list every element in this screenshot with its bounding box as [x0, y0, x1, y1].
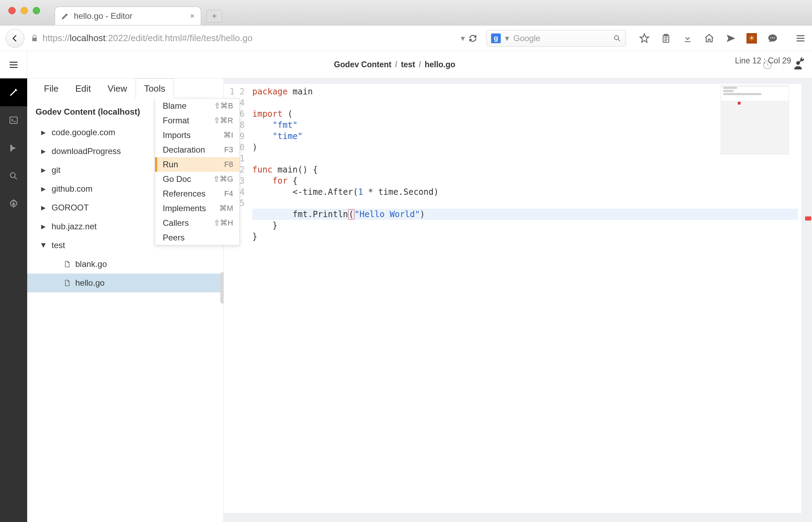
- new-tab-button[interactable]: +: [207, 10, 222, 22]
- twisty-icon[interactable]: ▶: [41, 129, 47, 136]
- menu-item-shortcut: F8: [224, 160, 233, 169]
- home-icon[interactable]: [703, 32, 715, 44]
- minimap[interactable]: [721, 85, 789, 154]
- browser-tab-active[interactable]: hello.go - Editor ×: [55, 7, 201, 25]
- window-maximize-button[interactable]: [33, 7, 40, 14]
- menu-item-label: Implements: [163, 204, 206, 213]
- tools-menu-item[interactable]: Implements⌘M: [155, 201, 239, 216]
- tools-menu-item[interactable]: RunF8: [155, 157, 239, 172]
- twisty-icon[interactable]: ▶: [40, 243, 47, 249]
- menu-item-shortcut: ⇧⌘H: [214, 218, 233, 228]
- app-header: Godev Content / test / hello.go: [0, 51, 812, 78]
- window-minimize-button[interactable]: [21, 7, 28, 14]
- menu-item-shortcut: ⌘M: [219, 204, 233, 213]
- back-button[interactable]: [6, 29, 24, 48]
- menu-item-shortcut: ⌘I: [223, 131, 233, 140]
- lock-icon: [31, 34, 38, 42]
- tools-menu-item[interactable]: Go Doc⇧⌘G: [155, 172, 239, 186]
- main-area: File Edit View Tools Line 12 : Col 29 Bl…: [0, 78, 812, 522]
- wrench-icon[interactable]: [796, 56, 805, 66]
- window-close-button[interactable]: [8, 7, 16, 14]
- search-box[interactable]: g ▾ Google: [487, 30, 626, 47]
- editor-zone: 1 2 3 4 5 6 7 8 9 10 11 12 13 14 15 pack…: [224, 78, 812, 522]
- tools-menu-item[interactable]: Blame⇧⌘B: [155, 99, 239, 113]
- tree-item-label: git: [52, 165, 60, 175]
- svg-point-0: [614, 36, 619, 40]
- tree-file[interactable]: hello.go: [27, 274, 223, 292]
- status-text: Line 12 : Col 29: [735, 56, 791, 66]
- url-host: localhost: [70, 33, 106, 44]
- menu-view[interactable]: View: [99, 78, 136, 99]
- rail-settings[interactable]: [0, 190, 27, 218]
- menu-item-label: Go Doc: [163, 174, 191, 184]
- breadcrumb-mid[interactable]: test: [401, 60, 415, 69]
- tab-close-icon[interactable]: ×: [190, 11, 194, 21]
- error-marker[interactable]: [805, 216, 811, 221]
- tree-item-label: github.com: [52, 184, 92, 194]
- file-icon: [63, 279, 71, 287]
- hamburger-button[interactable]: [0, 51, 27, 78]
- tools-menu-item[interactable]: Callers⇧⌘H: [155, 216, 239, 230]
- svg-point-4: [772, 37, 773, 38]
- breadcrumb-sep: /: [418, 60, 422, 69]
- code-area[interactable]: package main import ( "fmt" "time" ) fun…: [249, 84, 802, 513]
- browser-tab-bar: hello.go - Editor × +: [0, 0, 812, 25]
- rail-run[interactable]: [0, 134, 27, 162]
- dropdown-caret-icon[interactable]: ▾: [505, 33, 509, 43]
- menu-item-label: Imports: [163, 130, 191, 140]
- extension-badge-icon[interactable]: ☀: [746, 33, 757, 44]
- tools-menu-item[interactable]: Imports⌘I: [155, 128, 239, 143]
- menu-item-shortcut: F4: [224, 189, 233, 198]
- tools-menu-item[interactable]: DeclarationF3: [155, 143, 239, 157]
- breadcrumb-leaf[interactable]: hello.go: [424, 60, 455, 69]
- reload-controls: ▾: [461, 33, 482, 43]
- tree-item-label: downloadProgress: [52, 146, 121, 156]
- breadcrumb-sep: /: [394, 60, 399, 69]
- menu-item-label: Peers: [163, 233, 185, 243]
- svg-rect-8: [10, 117, 17, 124]
- menu-icon[interactable]: [795, 32, 806, 44]
- tools-menu-item[interactable]: Format⇧⌘R: [155, 113, 239, 128]
- browser-tabs: hello.go - Editor × +: [55, 7, 222, 25]
- menu-item-shortcut: ⇧⌘G: [213, 175, 233, 184]
- twisty-icon[interactable]: ▶: [41, 167, 47, 174]
- window-controls: [0, 0, 48, 14]
- side-panel: File Edit View Tools Line 12 : Col 29 Bl…: [27, 78, 224, 522]
- rail-editor[interactable]: [0, 78, 27, 106]
- menu-edit[interactable]: Edit: [67, 78, 99, 99]
- svg-point-5: [774, 37, 775, 38]
- twisty-icon[interactable]: ▶: [41, 185, 47, 193]
- url-path: :2022/edit/edit.html#/file/test/hello.go: [106, 33, 253, 44]
- clipboard-icon[interactable]: [660, 32, 672, 44]
- activity-rail: [0, 78, 27, 522]
- rail-search[interactable]: [0, 162, 27, 190]
- twisty-icon[interactable]: ▶: [41, 148, 47, 155]
- url-input[interactable]: https://localhost:2022/edit/edit.html#/f…: [43, 30, 457, 47]
- breadcrumb-root[interactable]: Godev Content: [334, 60, 391, 69]
- menu-item-shortcut: ⇧⌘R: [214, 116, 233, 125]
- tools-menu-item[interactable]: Peers: [155, 230, 239, 245]
- chat-icon[interactable]: [767, 32, 779, 44]
- cursor-status: Line 12 : Col 29: [735, 56, 805, 66]
- tools-menu-item[interactable]: ReferencesF4: [155, 186, 239, 201]
- tree-file[interactable]: blank.go: [27, 255, 223, 274]
- download-icon[interactable]: [682, 32, 694, 44]
- menubar: File Edit View Tools Line 12 : Col 29: [27, 78, 223, 99]
- dropdown-caret-icon[interactable]: ▾: [461, 33, 465, 43]
- tree-item-label: GOROOT: [52, 203, 89, 213]
- send-icon[interactable]: [725, 32, 737, 44]
- minimap-error-marker: [738, 102, 741, 105]
- tools-dropdown: Blame⇧⌘BFormat⇧⌘RImports⌘IDeclarationF3R…: [155, 98, 240, 245]
- twisty-icon[interactable]: ▶: [41, 204, 47, 212]
- search-icon[interactable]: [613, 34, 621, 43]
- twisty-icon[interactable]: ▶: [41, 223, 47, 230]
- reload-icon[interactable]: [468, 34, 477, 43]
- plus-icon: +: [212, 11, 217, 21]
- star-icon[interactable]: [638, 32, 650, 44]
- tree-item-label: blank.go: [75, 259, 107, 269]
- svg-point-3: [771, 37, 772, 38]
- menu-file[interactable]: File: [36, 78, 67, 99]
- svg-point-10: [13, 203, 15, 205]
- menu-tools[interactable]: Tools: [136, 78, 174, 99]
- rail-terminal[interactable]: [0, 106, 27, 134]
